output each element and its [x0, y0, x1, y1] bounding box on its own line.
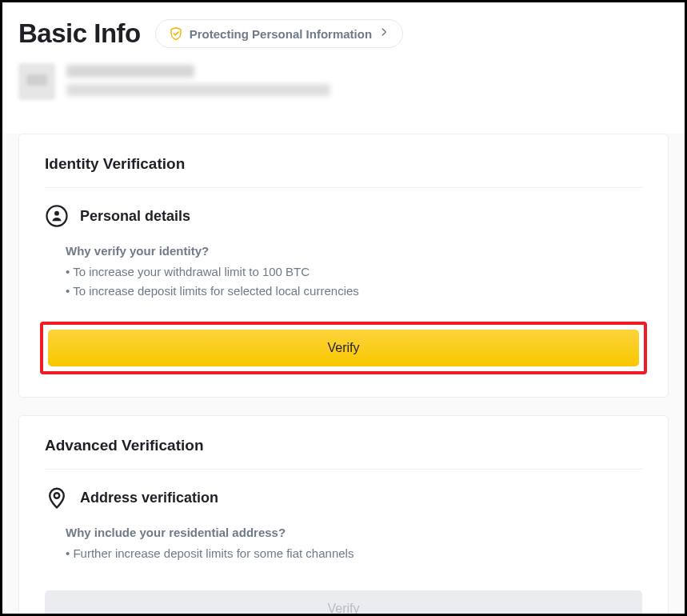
identity-bullet: • To increase deposit limits for selecte…: [66, 282, 642, 301]
identity-question: Why verify your identity?: [66, 244, 642, 258]
verify-address-button[interactable]: Verify: [45, 590, 642, 616]
identity-verification-card: Identity Verification Personal details W…: [18, 134, 669, 398]
svg-point-0: [47, 206, 67, 226]
address-verification-label: Address verification: [80, 490, 218, 506]
advanced-card-title: Advanced Verification: [45, 437, 642, 470]
advanced-bullet: • Further increase deposit limits for so…: [66, 544, 642, 563]
page-title: Basic Info: [18, 18, 141, 49]
user-info-redacted: [66, 65, 330, 96]
protect-info-pill[interactable]: Protecting Personal Information: [155, 19, 403, 48]
shield-check-icon: [169, 26, 183, 41]
advanced-verification-card: Advanced Verification Address verificati…: [18, 415, 669, 616]
svg-point-2: [54, 493, 60, 498]
verify-identity-button[interactable]: Verify: [48, 330, 639, 366]
identity-bullet: • To increase your withdrawal limit to 1…: [66, 262, 642, 282]
chevron-right-icon: [378, 26, 389, 41]
personal-details-label: Personal details: [80, 208, 190, 225]
person-icon: [45, 204, 69, 228]
protect-info-label: Protecting Personal Information: [190, 27, 372, 41]
advanced-question: Why include your residential address?: [66, 526, 642, 539]
svg-point-1: [54, 211, 59, 216]
avatar: [18, 63, 55, 100]
verify-highlight-box: Verify: [40, 322, 647, 374]
location-pin-icon: [45, 486, 69, 510]
identity-card-title: Identity Verification: [45, 155, 642, 188]
